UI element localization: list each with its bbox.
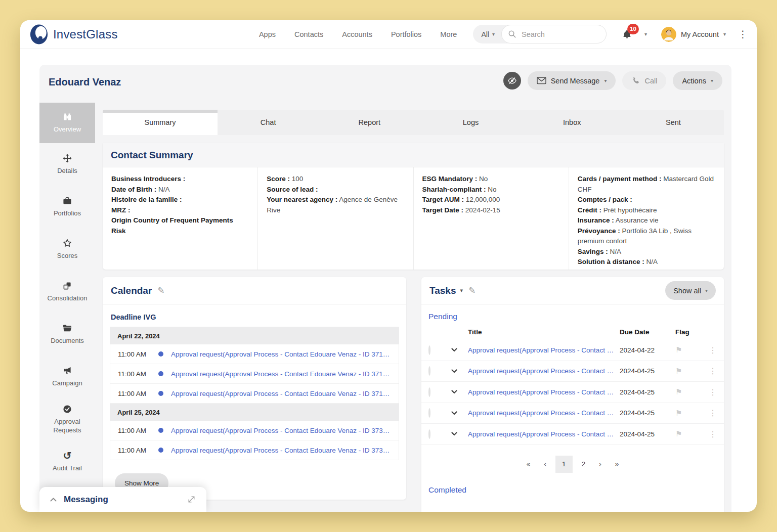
event-link[interactable]: Approval request(Approval Process - Cont… [171,350,399,358]
sidebar-item-overview[interactable]: Overview [39,103,95,143]
calendar-date-header: April 25, 2024 [110,404,399,421]
check-circle-icon [62,404,72,414]
calendar-card: Calendar ✎ Deadline IVG April 22, 2024 1… [103,277,406,500]
task-expand-chevron-icon[interactable] [451,389,468,394]
contact-summary-title: Contact Summary [111,150,193,161]
flag-icon[interactable]: ⚑ [675,345,704,354]
pagination-next[interactable]: › [594,458,606,470]
tasks-chevron-icon[interactable]: ▾ [460,287,463,294]
event-time: 11:00 AM [110,390,158,397]
task-row: Approval request(Approval Process - Cont… [421,361,724,382]
task-link[interactable]: Approval request(Approval Process - Cont… [468,430,620,438]
contact-summary-card: Contact Summary Business Introducers : D… [103,143,724,270]
task-kebab-menu[interactable]: ⋮ [704,366,717,376]
flag-icon[interactable]: ⚑ [675,387,704,396]
pagination-page-2[interactable]: 2 [577,458,590,470]
sidebar-item-campaign[interactable]: Campaign [39,356,95,398]
field-label: Business Introducers : [111,175,185,183]
tab-sent[interactable]: Sent [623,110,724,135]
tasks-header: Tasks ▾ ✎ Show all ▾ [421,277,724,304]
task-complete-radio[interactable] [428,345,430,355]
event-link[interactable]: Approval request(Approval Process - Cont… [171,447,399,454]
overlapping-squares-icon [62,281,72,291]
pagination-last[interactable]: » [611,458,624,470]
field-value: N/A [646,258,658,265]
pagination-first[interactable]: « [522,458,535,470]
field-label: Target AUM : [422,196,464,203]
task-kebab-menu[interactable]: ⋮ [704,429,717,439]
task-expand-chevron-icon[interactable] [451,411,468,416]
task-expand-chevron-icon[interactable] [451,431,468,436]
task-complete-radio[interactable] [428,429,430,439]
expand-icon[interactable] [187,495,196,504]
task-link[interactable]: Approval request(Approval Process - Cont… [468,367,620,375]
task-kebab-menu[interactable]: ⋮ [704,408,717,418]
event-link[interactable]: Approval request(Approval Process - Cont… [171,390,399,397]
messaging-dock[interactable]: Messaging [39,487,206,512]
field: Shariah-compliant : No [422,185,560,195]
show-all-button[interactable]: Show all ▾ [665,281,716,300]
summary-column-4: Cards / payment method : Mastercard Gold… [569,167,724,270]
chevron-down-icon: ▾ [492,31,495,37]
field-label: MRZ : [111,206,131,214]
notifications-button[interactable]: 10 [622,29,632,40]
nav-link-apps[interactable]: Apps [259,30,276,38]
task-complete-radio[interactable] [428,408,430,418]
account-menu[interactable]: My Account ▾ [661,27,726,42]
column-header-due-date: Due Date [620,328,675,336]
chevron-up-icon[interactable] [50,497,57,502]
sidebar-item-consolidation[interactable]: Consolidation [39,271,95,313]
tab-summary[interactable]: Summary [103,110,218,135]
task-complete-radio[interactable] [428,387,430,397]
actions-button[interactable]: Actions ▾ [673,71,722,90]
send-message-chevron-icon: ▾ [604,78,607,83]
task-expand-chevron-icon[interactable] [451,347,468,352]
sidebar-item-approval-requests[interactable]: Approval Requests [39,398,95,440]
nav-link-contacts[interactable]: Contacts [294,30,323,38]
task-link[interactable]: Approval request(Approval Process - Cont… [468,388,620,396]
event-link[interactable]: Approval request(Approval Process - Cont… [171,370,399,378]
tab-inbox[interactable]: Inbox [522,110,623,135]
task-link[interactable]: Approval request(Approval Process - Cont… [468,346,620,354]
pagination-prev[interactable]: ‹ [539,458,551,470]
pagination-page-1[interactable]: 1 [555,456,573,473]
nav-link-accounts[interactable]: Accounts [342,30,372,38]
task-link[interactable]: Approval request(Approval Process - Cont… [468,409,620,417]
search-input[interactable] [521,30,598,39]
call-button[interactable]: Call [622,71,666,90]
hide-contact-button[interactable] [503,72,521,90]
edit-calendar-icon[interactable]: ✎ [157,285,164,296]
tab-label: Chat [261,118,276,126]
task-expand-chevron-icon[interactable] [451,369,468,374]
event-dot-icon [158,448,163,453]
notifications-chevron-icon[interactable]: ▾ [644,31,647,37]
flag-icon[interactable]: ⚑ [675,367,704,376]
event-dot-icon [158,371,163,376]
send-message-button[interactable]: Send Message ▾ [528,71,616,90]
sidebar-item-portfolios[interactable]: Portfolios [39,186,95,228]
move-arrows-icon [62,153,72,163]
flag-icon[interactable]: ⚑ [675,429,704,438]
tab-chat[interactable]: Chat [218,110,319,135]
edit-tasks-icon[interactable]: ✎ [468,285,476,296]
task-complete-radio[interactable] [428,366,430,376]
event-link[interactable]: Approval request(Approval Process - Cont… [171,427,399,434]
nav-link-portfolios[interactable]: Portfolios [391,30,421,38]
tab-report[interactable]: Report [319,110,420,135]
tab-label: Summary [144,118,176,126]
task-kebab-menu[interactable]: ⋮ [704,387,717,397]
sidebar-item-audit-trail[interactable]: ↺ Audit Trail [39,440,95,483]
search-scope-dropdown[interactable]: All ▾ [473,30,501,38]
calendar-event-row: 11:00 AM Approval request(Approval Proce… [110,440,399,460]
sidebar-item-documents[interactable]: Documents [39,313,95,356]
brand[interactable]: InvestGlass [29,24,118,45]
field: Solution à distance : N/A [578,257,715,268]
tasks-pagination: « ‹ 1 2 › » [421,456,724,473]
flag-icon[interactable]: ⚑ [675,409,704,418]
sidebar-item-details[interactable]: Details [39,143,95,186]
tab-logs[interactable]: Logs [420,110,521,135]
navbar-kebab-menu[interactable]: ⋮ [738,29,748,39]
task-kebab-menu[interactable]: ⋮ [704,345,717,355]
sidebar-item-scores[interactable]: Scores [39,228,95,271]
nav-link-more[interactable]: More [440,30,457,38]
